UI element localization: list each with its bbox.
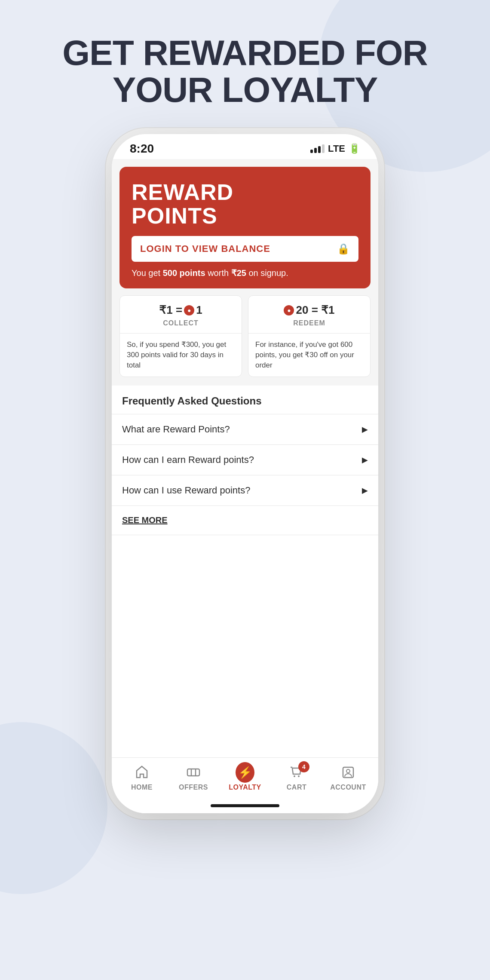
loyalty-circle: ⚡ — [236, 762, 254, 783]
svg-rect-0 — [187, 769, 199, 776]
status-time: 8:20 — [130, 142, 154, 156]
redeem-card: ●20 = ₹1 REDEEM For instance, if you've … — [248, 295, 371, 377]
signup-text: You get 500 points worth ₹25 on signup. — [132, 268, 358, 278]
cart-badge: 4 — [298, 761, 309, 772]
home-nav-label: HOME — [131, 784, 153, 791]
redeem-formula: ●20 = ₹1 — [255, 303, 363, 317]
faq-arrow-3: ▶ — [362, 486, 368, 495]
svg-point-7 — [346, 769, 350, 773]
offers-nav-label: OFFERS — [179, 784, 208, 791]
nav-item-offers[interactable]: OFFERS — [168, 764, 219, 791]
home-icon — [134, 765, 150, 780]
login-to-view-balance-button[interactable]: LOGIN TO VIEW BALANCE 🔒 — [132, 236, 358, 262]
redeem-description: For instance, if you've got 600 points, … — [248, 334, 370, 376]
faq-title: Frequently Asked Questions — [122, 395, 262, 407]
account-nav-label: ACCOUNT — [330, 784, 366, 791]
see-more-section: SEE MORE — [112, 506, 378, 535]
battery-icon: 🔋 — [349, 143, 360, 154]
collect-card-top: ₹1 = ●1 COLLECT — [120, 296, 242, 334]
loyalty-bolt-icon: ⚡ — [238, 766, 252, 779]
account-icon — [340, 765, 356, 780]
collect-label: COLLECT — [127, 319, 235, 327]
signal-bar-2 — [314, 148, 317, 153]
faq-section: Frequently Asked Questions What are Rewa… — [112, 386, 378, 646]
phone-content: REWARD POINTS LOGIN TO VIEW BALANCE 🔒 Yo… — [112, 159, 378, 813]
phone-notch — [206, 134, 284, 151]
faq-item-1[interactable]: What are Reward Points? ▶ — [112, 414, 378, 445]
collect-description: So, if you spend ₹300, you get 300 point… — [120, 334, 242, 376]
cart-nav-label: CART — [287, 784, 306, 791]
faq-item-2[interactable]: How can I earn Reward points? ▶ — [112, 445, 378, 475]
collect-card: ₹1 = ●1 COLLECT So, if you spend ₹300, y… — [119, 295, 242, 377]
coin-icon-redeem: ● — [284, 305, 294, 315]
coin-icon-collect: ● — [184, 305, 194, 315]
signal-bar-3 — [318, 146, 321, 153]
offers-icon — [186, 765, 201, 780]
signal-bar-1 — [310, 150, 313, 153]
page-wrapper: GET REWARDED FOR YOUR LOYALTY 8:20 LTE 🔋 — [0, 0, 490, 980]
nav-item-loyalty[interactable]: ⚡ LOYALTY — [219, 764, 271, 791]
redeem-label: REDEEM — [255, 319, 363, 327]
reward-banner: REWARD POINTS LOGIN TO VIEW BALANCE 🔒 Yo… — [119, 167, 371, 288]
see-more-button[interactable]: SEE MORE — [122, 515, 168, 525]
home-bar — [112, 804, 378, 813]
svg-point-4 — [298, 775, 300, 777]
lock-icon: 🔒 — [337, 243, 350, 255]
faq-arrow-2: ▶ — [362, 455, 368, 465]
loyalty-nav-label: LOYALTY — [229, 784, 261, 791]
reward-banner-title: REWARD POINTS — [132, 181, 358, 227]
faq-arrow-1: ▶ — [362, 425, 368, 434]
faq-question-2: How can I earn Reward points? — [122, 454, 254, 466]
account-nav-icon — [339, 764, 358, 781]
status-icons: LTE 🔋 — [310, 143, 360, 154]
page-headline: GET REWARDED FOR YOUR LOYALTY — [45, 34, 445, 108]
nav-item-account[interactable]: ACCOUNT — [322, 764, 374, 791]
phone-frame: 8:20 LTE 🔋 REWARD POINTS — [112, 134, 378, 813]
content-spacer — [112, 646, 378, 757]
home-nav-icon — [132, 764, 151, 781]
collect-formula: ₹1 = ●1 — [127, 303, 235, 317]
loyalty-nav-icon: ⚡ — [236, 764, 254, 781]
info-cards: ₹1 = ●1 COLLECT So, if you spend ₹300, y… — [119, 295, 371, 377]
faq-question-1: What are Reward Points? — [122, 424, 230, 435]
nav-item-cart[interactable]: 4 CART — [271, 764, 322, 791]
signal-bars — [310, 144, 325, 153]
nav-item-home[interactable]: HOME — [116, 764, 168, 791]
offers-nav-icon — [184, 764, 203, 781]
home-indicator — [211, 804, 279, 807]
bg-blob-bottom — [0, 722, 107, 894]
lte-label: LTE — [328, 143, 345, 154]
faq-item-3[interactable]: How can I use Reward points? ▶ — [112, 475, 378, 506]
signal-bar-4 — [322, 144, 325, 153]
faq-question-3: How can I use Reward points? — [122, 485, 250, 496]
cart-nav-icon: 4 — [287, 764, 306, 781]
login-btn-text: LOGIN TO VIEW BALANCE — [140, 243, 270, 254]
faq-header: Frequently Asked Questions — [112, 386, 378, 414]
redeem-card-top: ●20 = ₹1 REDEEM — [248, 296, 370, 334]
bottom-nav: HOME OFFERS — [112, 757, 378, 804]
svg-point-3 — [294, 775, 295, 777]
